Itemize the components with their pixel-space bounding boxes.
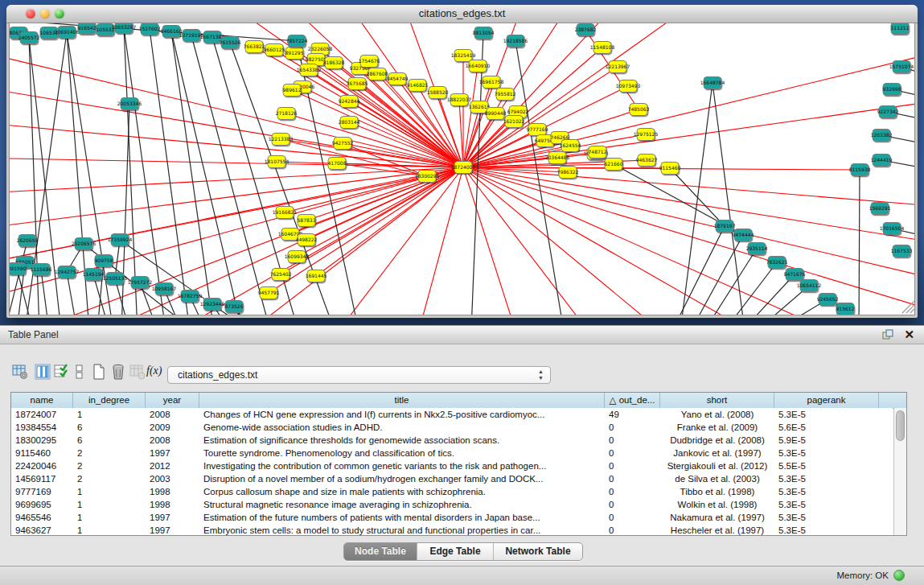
- citation-edge[interactable]: [859, 170, 860, 315]
- graph-node[interactable]: 9146821: [407, 80, 429, 92]
- graph-node[interactable]: 1879197: [714, 220, 736, 233]
- table-row[interactable]: 1872400712008Changes of HCN gene express…: [11, 408, 893, 421]
- graph-node[interactable]: 587833: [298, 215, 316, 227]
- citation-edge[interactable]: [10, 49, 463, 167]
- column-header-pagerank[interactable]: pagerank: [774, 393, 879, 408]
- graph-node[interactable]: 7832621: [766, 257, 788, 269]
- table-row[interactable]: 946362711997Embryonic stem cells: a mode…: [11, 524, 893, 535]
- unmerge-icon[interactable]: [71, 363, 90, 382]
- graph-node[interactable]: 9242844: [339, 96, 360, 108]
- column-header-short[interactable]: short: [660, 393, 774, 408]
- citation-edge[interactable]: [725, 262, 777, 315]
- graph-node[interactable]: 12923446: [200, 299, 225, 311]
- citation-edge[interactable]: [463, 167, 915, 206]
- table-row[interactable]: 1830029562008Estimation of significance …: [11, 434, 893, 447]
- graph-node[interactable]: 916542: [78, 23, 97, 35]
- graph-node[interactable]: 1754676: [359, 56, 380, 68]
- column-header-out_de[interactable]: △ out_de...: [605, 393, 660, 408]
- scrollbar-thumb[interactable]: [896, 410, 905, 441]
- graph-node[interactable]: 7615526: [220, 37, 241, 49]
- graph-node[interactable]: 17957272: [128, 277, 153, 289]
- citation-edge[interactable]: [67, 272, 77, 315]
- tab-network-table[interactable]: Network Table: [494, 543, 582, 560]
- table-row[interactable]: 977716911998Corpus callosum shape and si…: [11, 485, 893, 498]
- column-header-title[interactable]: title: [199, 393, 605, 408]
- graph-node[interactable]: 3675685: [347, 78, 368, 90]
- function-builder-icon[interactable]: f(x): [146, 365, 166, 384]
- graph-node[interactable]: 111211: [891, 23, 910, 35]
- table-row[interactable]: 1456911722003Disruption of a novel membe…: [11, 472, 893, 485]
- graph-node[interactable]: 417008: [328, 158, 347, 170]
- graph-node[interactable]: 915612: [836, 303, 855, 315]
- column-header-name[interactable]: name: [11, 393, 73, 408]
- graph-node[interactable]: 989612: [283, 84, 302, 97]
- graph-node[interactable]: 10973493: [616, 80, 641, 93]
- graph-node[interactable]: 932998: [883, 84, 901, 96]
- graph-node[interactable]: 891295: [285, 47, 304, 60]
- citation-edge[interactable]: [471, 33, 483, 315]
- table-row[interactable]: 911546021997Tourette syndrome. Phenomeno…: [11, 447, 893, 459]
- graph-node[interactable]: 7625402: [270, 269, 292, 281]
- table-row[interactable]: 2242004622012Investigating the contribut…: [11, 459, 893, 472]
- citation-edge[interactable]: [41, 270, 49, 315]
- graph-node[interactable]: 12213967: [606, 61, 630, 73]
- citation-edge[interactable]: [150, 29, 190, 315]
- citation-edge[interactable]: [463, 66, 478, 167]
- table-row[interactable]: 969969511998Structural magnetic resonanc…: [11, 498, 893, 511]
- graph-node[interactable]: 16961758: [479, 76, 504, 89]
- column-header-in_degree[interactable]: in_degree: [73, 393, 146, 408]
- graph-node[interactable]: 10653287: [112, 23, 137, 34]
- graph-node[interactable]: 1115686: [31, 264, 52, 276]
- graph-node[interactable]: 9115460: [659, 163, 681, 175]
- graph-node[interactable]: 2803144: [339, 117, 360, 129]
- graph-node[interactable]: 1167533: [891, 245, 913, 257]
- graph-node[interactable]: 7485063: [628, 104, 650, 116]
- graph-node[interactable]: 2387682: [575, 24, 597, 36]
- graph-node[interactable]: 20053346: [117, 98, 142, 110]
- graph-node[interactable]: 1569291: [869, 203, 891, 215]
- graph-node[interactable]: 19218586: [503, 35, 528, 47]
- delete-icon[interactable]: [109, 363, 129, 382]
- graph-node[interactable]: 8115938: [849, 164, 871, 176]
- graph-node[interactable]: 4498222: [296, 234, 318, 246]
- citation-edge[interactable]: [10, 241, 27, 315]
- graph-node[interactable]: 18724007: [451, 162, 476, 174]
- graph-node[interactable]: 8454749: [387, 73, 409, 85]
- graph-node[interactable]: 2405572: [18, 32, 40, 44]
- tab-node-table[interactable]: Node Table: [344, 543, 417, 560]
- citation-edge[interactable]: [691, 235, 743, 315]
- graph-node[interactable]: 16099348: [285, 251, 310, 263]
- graph-node[interactable]: 7955812: [495, 89, 516, 101]
- citation-edge[interactable]: [680, 83, 713, 315]
- table-row[interactable]: 1938455462009Genome-wide association stu…: [11, 421, 893, 434]
- graph-node[interactable]: 2718126: [276, 108, 298, 120]
- graph-node[interactable]: 20364486: [545, 152, 570, 164]
- citation-edge[interactable]: [515, 41, 564, 315]
- graph-node[interactable]: 10654112: [797, 280, 822, 292]
- citation-edge[interactable]: [463, 167, 588, 315]
- graph-node[interactable]: 15751074: [889, 61, 914, 73]
- citation-edge[interactable]: [10, 158, 463, 167]
- graph-node[interactable]: 1244419: [871, 154, 893, 167]
- graph-node[interactable]: 8813054: [473, 27, 495, 39]
- table-settings-icon[interactable]: [11, 363, 31, 382]
- graph-node[interactable]: 16782759: [178, 290, 203, 303]
- graph-node[interactable]: 2867608: [367, 68, 388, 80]
- table-row[interactable]: 946554611997Estimation of the future num…: [11, 511, 893, 524]
- graph-node[interactable]: 9427552: [332, 138, 354, 150]
- graph-node[interactable]: 1588520: [427, 87, 449, 99]
- graph-node[interactable]: 1145194: [83, 269, 105, 281]
- graph-node[interactable]: 909758: [95, 255, 113, 267]
- citation-edge[interactable]: [670, 168, 725, 226]
- citation-edge[interactable]: [10, 176, 427, 266]
- graph-node[interactable]: 10958167: [152, 283, 177, 295]
- table-source-select[interactable]: citations_edges.txt ▲▼: [167, 366, 551, 384]
- network-canvas[interactable]: 1872400718300295232260589827505818632893…: [9, 23, 915, 315]
- citation-edge[interactable]: [463, 167, 829, 315]
- graph-node[interactable]: 9463627: [636, 154, 658, 167]
- graph-node[interactable]: 11548108: [590, 42, 615, 54]
- tab-edge-table[interactable]: Edge Table: [417, 543, 494, 560]
- graph-node[interactable]: 18107554: [265, 156, 290, 168]
- graph-node[interactable]: 12975125: [634, 129, 659, 141]
- graph-node[interactable]: 1691445: [306, 270, 327, 282]
